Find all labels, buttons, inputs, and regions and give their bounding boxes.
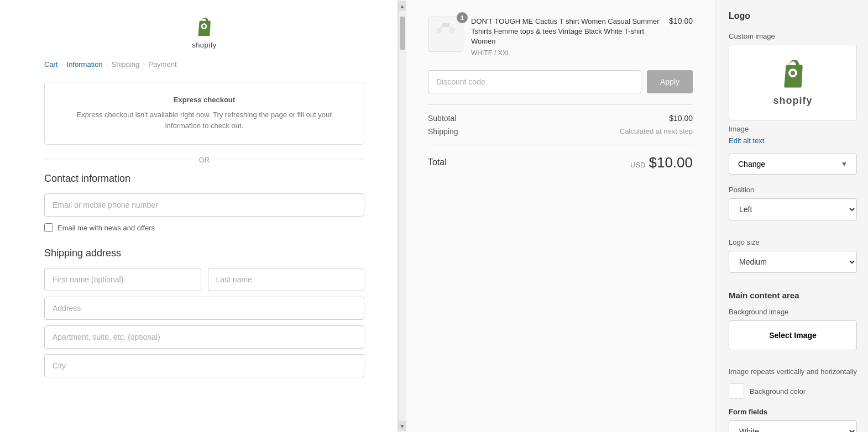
product-shirt-icon <box>435 23 457 45</box>
apply-discount-button[interactable]: Apply <box>647 70 693 93</box>
total-currency: USD <box>630 161 645 169</box>
last-name-input[interactable] <box>208 268 365 291</box>
product-price: $10.00 <box>669 17 693 25</box>
or-divider: OR <box>44 156 364 164</box>
first-name-input[interactable] <box>44 268 201 291</box>
logo-preview-box: shopify <box>729 45 857 120</box>
shipping-section: Shipping address <box>44 247 364 377</box>
select-image-button[interactable]: Select Image <box>729 320 857 350</box>
select-image-label: Select Image <box>769 331 817 340</box>
form-fields-label: Form fields <box>729 408 857 416</box>
background-color-swatch[interactable] <box>729 383 744 399</box>
shipping-section-title: Shipping address <box>44 247 364 259</box>
city-input[interactable] <box>44 354 364 377</box>
product-image-wrap: 1 <box>428 17 463 52</box>
discount-row: Apply <box>428 70 693 93</box>
repeats-text: Image repeats vertically and horizontall… <box>729 367 857 377</box>
form-fields-select[interactable]: White Light Dark <box>729 420 857 432</box>
svg-rect-1 <box>442 23 449 27</box>
express-checkout-box: Express checkout Express checkout isn't … <box>44 82 364 145</box>
change-logo-button[interactable]: Change ▼ <box>729 154 857 175</box>
total-amount: $10.00 <box>649 154 693 171</box>
editor-panel: Logo Custom image shopify Image Edit alt… <box>715 0 868 432</box>
address-input[interactable] <box>44 297 364 320</box>
email-checkbox[interactable] <box>44 223 53 232</box>
order-summary-panel: 1 DON'T TOUGH ME Cactus T shirt Women Ca… <box>406 0 715 432</box>
product-variant: WHITE / XXL <box>471 49 661 57</box>
contact-section-title: Contact information <box>44 173 364 185</box>
breadcrumb-cart[interactable]: Cart <box>44 60 58 69</box>
background-image-label: Background image <box>729 308 857 316</box>
express-checkout-text: Express checkout isn't available right n… <box>58 109 351 131</box>
email-checkbox-row: Email me with news and offers <box>44 223 364 232</box>
subtotal-value: $10.00 <box>669 114 693 123</box>
logo-size-group: Logo size Small Medium Large <box>729 238 857 282</box>
product-name: DON'T TOUGH ME Cactus T shirt Women Casu… <box>471 17 661 47</box>
position-label: Position <box>729 186 857 194</box>
address-group <box>44 297 364 320</box>
subtotal-row: Subtotal $10.00 <box>428 114 693 123</box>
form-fields-group: Form fields White Light Dark <box>729 408 857 432</box>
shipping-label: Shipping <box>428 127 458 136</box>
editor-shopify-bag-icon <box>776 59 809 92</box>
svg-point-2 <box>791 71 795 75</box>
change-button-label: Change <box>738 160 765 168</box>
breadcrumb: Cart › Information › Shipping › Payment <box>44 60 364 69</box>
breadcrumb-payment[interactable]: Payment <box>148 60 176 69</box>
custom-image-group: Custom image shopify Image Edit alt text… <box>729 32 857 175</box>
scroll-up-button[interactable]: ▲ <box>399 1 406 11</box>
product-row: 1 DON'T TOUGH ME Cactus T shirt Women Ca… <box>428 17 693 57</box>
product-info: DON'T TOUGH ME Cactus T shirt Women Casu… <box>471 17 661 57</box>
breadcrumb-sep-3: › <box>143 61 145 69</box>
scroll-thumb <box>400 17 405 50</box>
main-scrollbar[interactable]: ▲ ▼ <box>398 0 406 432</box>
background-color-row: Background color <box>729 383 857 399</box>
breadcrumb-sep-2: › <box>106 61 108 69</box>
total-row: Total USD $10.00 <box>428 145 693 171</box>
product-quantity-badge: 1 <box>457 12 468 23</box>
editor-logo-title: Logo <box>729 11 857 21</box>
background-image-section: Background image Select Image <box>729 308 857 358</box>
edit-alt-text-link[interactable]: Edit alt text <box>729 136 857 145</box>
logo-preview-inner: shopify <box>773 59 812 107</box>
custom-image-label: Custom image <box>729 32 857 40</box>
checkout-panel: shopify Cart › Information › Shipping › … <box>0 0 398 432</box>
breadcrumb-shipping[interactable]: Shipping <box>112 60 140 69</box>
shopify-bag-icon <box>193 17 215 39</box>
shipping-value: Calculated at next step <box>620 127 693 136</box>
total-value: USD $10.00 <box>630 154 693 171</box>
change-button-arrow-icon: ▼ <box>841 160 848 168</box>
logo-size-select[interactable]: Small Medium Large <box>729 251 857 273</box>
editor-image-label: Image <box>729 125 857 133</box>
breadcrumb-sep-1: › <box>61 61 64 69</box>
city-group <box>44 354 364 377</box>
shipping-row: Shipping Calculated at next step <box>428 127 693 136</box>
logo-area: shopify <box>44 17 364 49</box>
shopify-logo-text: shopify <box>192 41 217 49</box>
svg-point-0 <box>203 25 206 28</box>
apartment-input[interactable] <box>44 325 364 349</box>
logo-size-label: Logo size <box>729 238 857 246</box>
or-label: OR <box>199 156 210 164</box>
totals-section: Subtotal $10.00 Shipping Calculated at n… <box>428 104 693 136</box>
breadcrumb-information[interactable]: Information <box>67 60 103 69</box>
shopify-logo: shopify <box>192 17 217 49</box>
email-input-wrap <box>44 193 364 217</box>
express-checkout-title: Express checkout <box>58 96 351 104</box>
discount-input[interactable] <box>428 70 641 93</box>
background-color-label: Background color <box>750 387 806 396</box>
apartment-group <box>44 325 364 349</box>
contact-section: Contact information Email me with news a… <box>44 173 364 232</box>
position-select[interactable]: Left Center Right <box>729 198 857 220</box>
total-label: Total <box>428 157 447 167</box>
scroll-track <box>399 11 406 421</box>
product-image <box>428 17 463 52</box>
subtotal-label: Subtotal <box>428 114 456 123</box>
email-checkbox-label: Email me with news and offers <box>57 224 155 232</box>
email-input[interactable] <box>44 193 364 217</box>
main-content-area-title: Main content area <box>729 291 857 300</box>
position-group: Position Left Center Right <box>729 186 857 229</box>
scroll-down-button[interactable]: ▼ <box>399 421 406 431</box>
editor-shopify-text: shopify <box>773 95 812 107</box>
name-row <box>44 268 364 291</box>
